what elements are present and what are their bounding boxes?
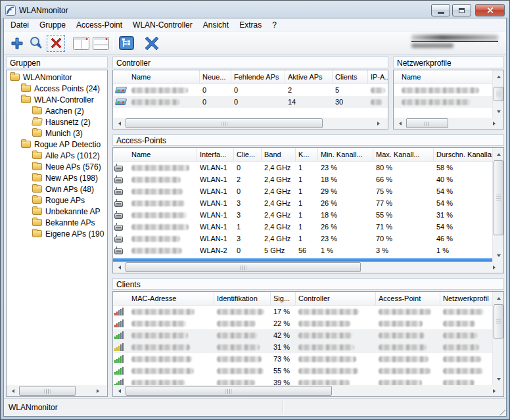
resize-grip[interactable]	[497, 407, 505, 415]
maximize-button[interactable]	[452, 4, 471, 16]
column-header[interactable]: MAC-Adresse	[129, 292, 214, 305]
delete-button[interactable]	[47, 35, 65, 52]
table-row[interactable]: 39 %	[113, 377, 492, 385]
menu-item-wlan-controller[interactable]: WLAN-Controller	[128, 18, 198, 31]
scroll-right-button[interactable]	[492, 118, 503, 129]
column-header-icon[interactable]	[113, 292, 129, 305]
minimize-button[interactable]	[431, 4, 450, 16]
tree-item[interactable]: Hausnetz (2)	[7, 116, 107, 128]
scroll-left-button[interactable]	[113, 262, 124, 273]
scrollbar-thumb[interactable]	[406, 118, 448, 128]
table-row[interactable]: 73 %	[113, 353, 492, 365]
search-button[interactable]	[27, 34, 47, 53]
table-row[interactable]: 31 %	[113, 341, 492, 353]
add-group-button[interactable]	[7, 34, 27, 53]
menu-item-ansicht[interactable]: Ansicht	[198, 18, 234, 31]
table-row[interactable]: WLAN-112,4 GHz126 %71 %54 %	[113, 221, 492, 233]
column-header[interactable]: Access-Point	[376, 292, 440, 305]
table-row[interactable]: 0025	[113, 84, 388, 96]
column-header[interactable]: Name	[129, 148, 197, 161]
table-row[interactable]: WLAN-132,4 GHz118 %55 %31 %	[113, 209, 492, 221]
column-header[interactable]: IP-A...	[368, 70, 388, 83]
vertical-scrollbar[interactable]	[492, 70, 503, 118]
scrollbar-thumb[interactable]	[126, 262, 361, 272]
tree-item[interactable]: Own APs (48)	[7, 183, 107, 195]
column-header-icon[interactable]	[394, 70, 399, 83]
collapse-button[interactable]	[142, 34, 162, 53]
column-header[interactable]: Clie...	[234, 148, 262, 161]
table-row[interactable]: 001430	[113, 96, 388, 108]
vertical-scrollbar[interactable]	[492, 148, 503, 262]
scroll-right-button[interactable]	[377, 118, 388, 129]
tree-item[interactable]: Rogue AP Detectio	[7, 139, 107, 150]
table-row[interactable]: 55 %	[113, 365, 492, 377]
column-header[interactable]: Neue...	[200, 70, 231, 83]
split-horizontal-button[interactable]	[91, 34, 110, 53]
column-header[interactable]: Aktive APs	[285, 70, 333, 83]
scrollbar-thumb[interactable]	[126, 118, 323, 128]
tree-item[interactable]: Access Points (24)	[7, 83, 107, 94]
tree-item[interactable]: Unbekannte AP	[7, 206, 107, 217]
menu-item-datei[interactable]: Datei	[5, 18, 34, 31]
table-row[interactable]: 17 %	[113, 306, 492, 317]
scroll-left-button[interactable]	[113, 385, 124, 396]
scrollbar-thumb[interactable]	[494, 304, 503, 338]
table-row[interactable]: WLAN-205 GHz561 %3 %1 %	[113, 245, 492, 256]
column-header[interactable]: Name	[399, 70, 492, 83]
tree-item[interactable]: Eigene APs (190	[7, 228, 107, 239]
table-row[interactable]: 22 %	[113, 317, 492, 329]
tree-item[interactable]: Neue APs (576)	[7, 161, 107, 172]
column-header[interactable]: Max. Kanall...	[373, 148, 434, 161]
scroll-down-button[interactable]	[493, 250, 503, 262]
scroll-up-button[interactable]	[493, 292, 503, 303]
tree-item[interactable]: Munich (3)	[7, 128, 107, 139]
horizontal-scrollbar[interactable]	[394, 118, 503, 129]
scroll-right-button[interactable]	[492, 262, 503, 273]
scroll-up-button[interactable]	[493, 148, 503, 159]
table-row[interactable]: WLAN-122,4 GHz118 %66 %40 %	[113, 174, 492, 185]
column-header[interactable]: K...	[296, 148, 318, 161]
scroll-down-button[interactable]	[493, 106, 503, 118]
column-header[interactable]: Controller	[296, 292, 376, 305]
scroll-up-button[interactable]	[493, 70, 503, 82]
horizontal-scrollbar[interactable]	[7, 385, 107, 396]
column-header[interactable]: Identifikation	[214, 292, 271, 305]
tree-item[interactable]: Rogue APs	[7, 195, 107, 206]
column-header-icon[interactable]	[113, 70, 129, 83]
scroll-right-button[interactable]	[96, 385, 107, 396]
column-header-icon[interactable]	[113, 148, 129, 161]
tree-item[interactable]: WLANmonitor	[7, 72, 107, 83]
menu-item-gruppe[interactable]: Gruppe	[34, 18, 71, 31]
scroll-right-button[interactable]	[492, 385, 503, 396]
scrollbar-thumb[interactable]	[126, 386, 332, 396]
scroll-left-button[interactable]	[113, 118, 124, 129]
table-row[interactable]: WLAN-132,4 GHz123 %70 %46 %	[113, 233, 492, 245]
column-header[interactable]: Name	[129, 70, 200, 83]
tree-item[interactable]: Alle APs (1012)	[7, 150, 107, 161]
tree-item[interactable]: Aachen (2)	[7, 105, 107, 116]
scroll-down-button[interactable]	[493, 374, 503, 385]
column-header[interactable]: Clients	[333, 70, 368, 83]
menu-item-extras[interactable]: Extras	[234, 18, 267, 31]
scroll-left-button[interactable]	[394, 118, 405, 129]
horizontal-scrollbar[interactable]	[113, 385, 503, 396]
split-vertical-button[interactable]	[71, 34, 91, 53]
column-header[interactable]: Durschn. Kanallast	[434, 148, 492, 161]
close-button[interactable]	[475, 4, 505, 16]
column-header[interactable]: Min. Kanall...	[318, 148, 373, 161]
column-header[interactable]: Interfa...	[197, 148, 234, 161]
table-row[interactable]: WLAN-102,4 GHz123 %80 %58 %	[113, 162, 492, 174]
menu-item--[interactable]: ?	[267, 18, 282, 31]
column-header[interactable]: Netzwerkprofil	[440, 292, 492, 305]
scroll-left-button[interactable]	[7, 385, 18, 396]
table-row[interactable]	[394, 84, 492, 96]
table-row[interactable]: 42 %	[113, 329, 492, 341]
tree-view-button[interactable]	[116, 34, 136, 53]
column-header[interactable]: Fehlende APs	[231, 70, 285, 83]
title-bar[interactable]: WLANmonitor	[3, 1, 507, 18]
tree-item[interactable]: WLAN-Controller	[7, 94, 107, 105]
tree-item[interactable]: Bekannte APs	[7, 217, 107, 228]
tree-item[interactable]: New APs (198)	[7, 172, 107, 183]
table-row[interactable]: WLAN-102,4 GHz129 %75 %54 %	[113, 185, 492, 197]
column-header[interactable]: Sig...	[271, 292, 296, 305]
